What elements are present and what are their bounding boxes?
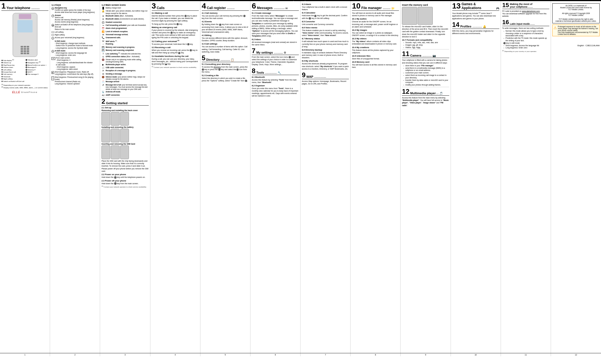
section88-title: 8.8 Directory backup (302, 49, 349, 51)
section32-text: To access your voicemail, hold down the … (152, 43, 199, 45)
section15-title: Making the most ofyour cellphone........… (510, 3, 533, 8)
panel-tools: 8.3 Alarm Your cellphone has a built-in … (300, 1, 351, 353)
section84-text: Hold down the key to get the decimal poi… (302, 14, 349, 19)
section43-title: 4.3 Billing (202, 34, 249, 37)
alcatel-box: ALCATEL is a trademark of Alcatel-Lucent… (552, 3, 600, 23)
section23-title: 2.3 Power off your phone (101, 180, 148, 182)
keys-content: ⊕ Navigation keyConfirm an option (press… (51, 7, 98, 85)
alcatel-line1: ALCATEL is a trademark of (554, 5, 598, 7)
section86-title: 8.6 Voice memo (302, 26, 349, 29)
section21-title: 2.1 Set-up (101, 106, 148, 109)
footer-page-12: 12 (551, 353, 601, 356)
section7-title: My settings ................ (256, 51, 283, 54)
section81-title: 8.1 Bluetooth (252, 76, 299, 78)
memory-card-images (402, 7, 449, 25)
section14-title: Profiles ................. (460, 25, 482, 28)
section41-title: 4.1 Call memory (202, 12, 249, 14)
warning-icon: ⚠ (553, 26, 557, 30)
section2-note: (1) Contact your network operator to che… (101, 185, 148, 188)
panel-calls: 3 Calls 3.1 Making a call Dial the desir… (150, 1, 200, 353)
memory-img-2 (418, 7, 433, 25)
section103-text: The "My videos" album contains all video… (352, 40, 399, 45)
section62-text: All received messages (read and unread) … (252, 41, 299, 46)
section16-note: (1) Depending on your country or your op… (502, 50, 549, 52)
section11-number: 11 (402, 51, 409, 57)
emergency-text: If your phone is covered by the network,… (152, 29, 199, 39)
camera-uses-list: store them in your "File manager". send … (402, 65, 449, 86)
memory-img-1 (402, 7, 417, 25)
section52-text: Select the directory in which you wish t… (202, 77, 249, 82)
section105-text: Store files of unsupported format. (352, 57, 399, 60)
tools-icon: 🔧 (278, 71, 281, 74)
section9-number: 9 (302, 72, 305, 78)
panel-number-6: 6 (252, 2, 256, 10)
panel-number-13: 13 (452, 2, 461, 10)
brand-area: ELLE GlamPhone (1, 91, 48, 94)
emergency-title: Making an emergency call (152, 26, 199, 29)
panel-title-3: Calls (157, 6, 165, 10)
section51-title: 5.1 Consulting your directory (202, 63, 249, 65)
section7-number: 7 (252, 48, 255, 54)
section87-text: It will indicate how much space is used … (302, 40, 349, 48)
section52-title: 5.2 Creating a file (202, 74, 249, 77)
section8-number: 8 (252, 68, 255, 74)
profiles-icon: 🔔 (483, 25, 486, 28)
alcatel-line6: TCT Mobile Limited reserves the right to… (554, 18, 598, 20)
section10-intro: You will have an access to all audio and… (352, 12, 399, 17)
removing-back-title: Removing and installing the back cover (101, 109, 148, 111)
section-12-title: 1.2 Main screen icons (101, 4, 148, 6)
phone-img-2 (111, 112, 120, 126)
phone-images-row (101, 112, 148, 126)
section89-title: 8.9 My shortcuts (302, 60, 349, 62)
section16-title: Latin input mode............ (510, 23, 535, 25)
insert-memory-title: Insert the memory card (402, 4, 449, 6)
section5-title: Directory ................. (206, 58, 230, 61)
latin-input-list: Normal: this mode allows you to type a t… (502, 30, 549, 49)
section87-title: 8.7 Memory status (302, 37, 349, 40)
section61-text: From the main menu select "Messages" to … (252, 15, 299, 37)
footer-page-10: 10 (451, 353, 501, 356)
battery-img-1 (101, 129, 110, 142)
footer-bar: 1 2 3 4 5 6 7 8 9 10 11 12 (0, 353, 601, 356)
filemanager-icon: 📁 (391, 7, 395, 10)
sim-text: Place the SIM card with the chip facing … (101, 160, 148, 172)
section83-title: 8.3 Alarm (302, 3, 349, 5)
main-grid: 1 Your telephone ............. (0, 1, 601, 353)
section22-title: 2.2 Power on your phone (101, 173, 148, 176)
multimedia-text: Access this feature from the main menu b… (402, 96, 449, 107)
section105-title: 10.5 Unknown files (352, 55, 399, 57)
multimedia-icon: 🎵 (439, 92, 443, 95)
phone-img-1 (101, 112, 110, 126)
footer-page-8: 8 (351, 353, 401, 356)
section3-note: (1) Contact your network operator to che… (152, 66, 199, 68)
section5-number: 5 (202, 55, 205, 61)
footer-page-11: 11 (501, 353, 551, 356)
sidebar-items-section: ❶ Sub-display (1) ❷ Volume up ❸ Play/Pau… (1, 59, 48, 89)
panel-number-3: 3 (152, 2, 156, 10)
panel-1: 1 Your telephone ............. (0, 1, 50, 353)
section42-title: 4.2 Events (202, 20, 249, 23)
panel-title-1: Your telephone ............. (7, 6, 40, 10)
section33-title: 3.3 Receiving a call (152, 46, 199, 49)
section32-title: 3.2 Calling your voicemail (1) (152, 40, 199, 43)
section31-text: Dial the desired number then press the k… (152, 15, 199, 22)
section9-title: WAP ..................... (306, 75, 326, 78)
section12-title: Multimedia player..... (410, 92, 439, 95)
power-on-text: Hold down the key until the telephone po… (101, 176, 148, 179)
install-battery-title: Installing and removing the battery (101, 126, 148, 128)
section16-intro: To write messages, there are two writing… (502, 27, 549, 29)
panel-number-10: 10 (352, 2, 360, 10)
section-11-title: 1.1 Keys (51, 4, 98, 6)
formats-list: Sounds: mp3, m4a, aac, midi, wav, amr Im… (402, 42, 449, 49)
camera-intro: Your cellphone is fitted with a camera f… (402, 59, 449, 64)
battery-img-2 (111, 129, 120, 142)
panel-games-profiles: 13 Games & Applications 🎮 Your Alcatel p… (451, 1, 501, 353)
panel-keys: 1.1 Keys ⊕ Navigation keyConfirm an opti… (50, 1, 100, 353)
section102-title: 10.2 My images (352, 29, 399, 31)
panel-title-6: Messages ................. (257, 6, 284, 10)
section2-number: 2 (101, 98, 105, 105)
section89-text: Access the shortcuts already programmed.… (302, 62, 349, 70)
section7-intro: From the main screen, select the icon me… (252, 56, 299, 66)
panel-getting-started: 1.2 Main screen icons ▐▌Battery charge l… (100, 1, 150, 353)
section15-number: 15 (502, 2, 509, 8)
